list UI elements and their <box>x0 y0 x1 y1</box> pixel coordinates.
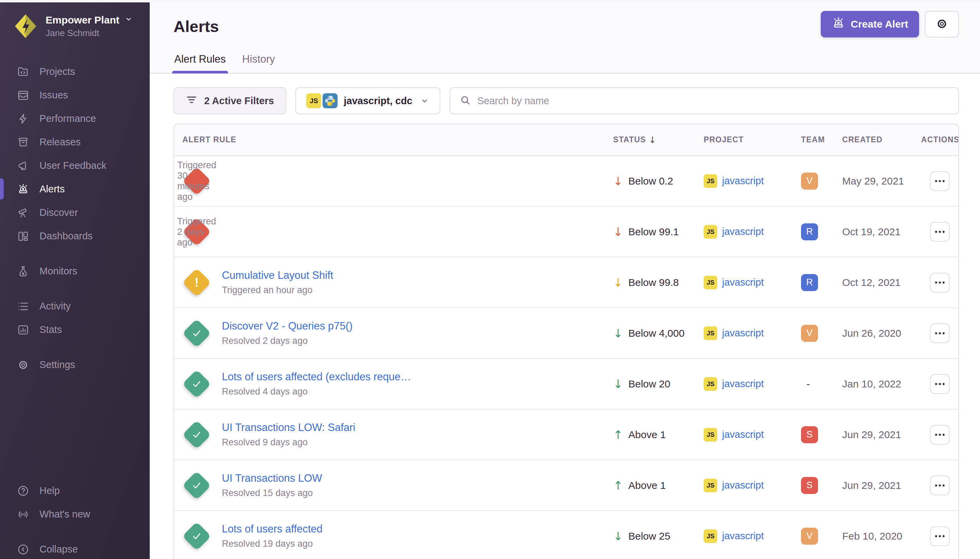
sidebar-item-alerts[interactable]: Alerts <box>0 177 150 201</box>
nav-group-gap <box>0 526 150 538</box>
gear-icon <box>935 17 949 31</box>
nav-group-gap <box>0 248 150 260</box>
alert-rule-subtext: Triggered an hour ago <box>222 285 333 296</box>
sidebar-item-issues[interactable]: Issues <box>0 83 150 107</box>
org-switcher[interactable]: Empower Plant Jane Schmidt <box>0 0 150 39</box>
team-avatar[interactable]: R <box>801 274 818 291</box>
project-cell: JSjavascript <box>704 276 801 289</box>
project-link[interactable]: javascript <box>722 175 764 187</box>
project-link[interactable]: javascript <box>722 226 764 237</box>
sidebar-item-dashboards[interactable]: Dashboards <box>0 224 150 248</box>
alert-rule-subtext: Resolved 2 days ago <box>222 336 353 346</box>
status-cell: ↓Below 4,000 <box>613 326 704 340</box>
tab-alert-rules[interactable]: Alert Rules <box>173 53 227 74</box>
team-cell: R <box>801 223 842 240</box>
team-avatar[interactable]: V <box>801 325 818 342</box>
sidebar-item-settings[interactable]: Settings <box>0 353 150 377</box>
project-link[interactable]: javascript <box>722 531 764 542</box>
sidebar-item-monitors[interactable]: Monitors <box>0 260 150 283</box>
alert-status-icon: Signup page is too slowTriggered 30 minu… <box>182 166 212 196</box>
sidebar-bottom-nav: HelpWhat's newCollapse <box>0 479 150 559</box>
sidebar-item-collapse[interactable]: Collapse <box>0 538 150 559</box>
team-avatar[interactable]: S <box>801 477 818 494</box>
row-actions-button[interactable] <box>930 476 950 495</box>
dashboards-icon <box>17 230 29 242</box>
sidebar-item-performance[interactable]: Performance <box>0 107 150 131</box>
row-actions-button[interactable] <box>930 222 950 242</box>
column-header-actions: ACTIONS <box>921 135 959 144</box>
sidebar-item-label: Performance <box>40 113 96 124</box>
column-header-status[interactable]: STATUS↓ <box>613 135 704 145</box>
created-date: Oct 19, 2021 <box>842 226 921 238</box>
status-cell: ↓Below 99.1 <box>613 225 704 239</box>
trend-arrow-icon: ↓ <box>613 377 623 391</box>
flask-icon <box>17 265 29 278</box>
column-header-alert-rule[interactable]: ALERT RULE <box>174 135 613 144</box>
create-alert-button[interactable]: Create Alert <box>821 11 919 38</box>
releases-icon <box>17 136 29 149</box>
row-actions-button[interactable] <box>930 374 950 394</box>
activity-icon <box>17 300 29 313</box>
active-filters-button[interactable]: 2 Active Filters <box>173 87 286 114</box>
search-input[interactable] <box>477 95 949 107</box>
search-box <box>449 87 959 114</box>
alerts-table: ALERT RULE STATUS↓ PROJECT TEAM CREATED … <box>173 124 959 559</box>
alerts-settings-button[interactable] <box>925 11 959 38</box>
broadcast-icon <box>17 508 29 521</box>
sort-arrow-icon: ↓ <box>648 135 657 145</box>
alert-rule-row: !Cumulative Layout ShiftTriggered an hou… <box>174 257 958 308</box>
sidebar-item-projects[interactable]: Projects <box>0 60 150 83</box>
sidebar-item-what-s-new[interactable]: What's new <box>0 503 150 526</box>
column-header-project[interactable]: PROJECT <box>704 135 801 144</box>
column-header-created[interactable]: CREATED <box>842 135 921 144</box>
created-date: Feb 10, 2020 <box>842 531 921 542</box>
row-actions-button[interactable] <box>930 323 950 343</box>
created-date: Oct 12, 2021 <box>842 277 921 288</box>
trend-arrow-icon: ↓ <box>613 529 623 543</box>
sidebar-item-discover[interactable]: Discover <box>0 201 150 224</box>
project-cell: JSjavascript <box>704 225 801 239</box>
status-cell: ↓Below 20 <box>613 377 704 391</box>
search-icon <box>460 95 470 107</box>
alert-rule-link[interactable]: Discover V2 - Queries p75() <box>222 320 353 332</box>
team-avatar[interactable]: R <box>801 223 818 240</box>
row-actions-button[interactable] <box>930 425 950 445</box>
performance-icon <box>17 113 29 125</box>
row-actions-button[interactable] <box>930 171 950 191</box>
alert-status-icon <box>182 420 212 450</box>
alert-rule-link[interactable]: UI Transactions LOW: Safari <box>222 422 355 434</box>
sidebar-item-releases[interactable]: Releases <box>0 131 150 154</box>
alert-status-icon: Lots of errors!Triggered 2 days ago <box>182 217 212 247</box>
column-header-team[interactable]: TEAM <box>801 135 842 144</box>
project-link[interactable]: javascript <box>722 277 764 288</box>
alert-rule-link[interactable]: Lots of users affected <box>222 523 323 535</box>
project-link[interactable]: javascript <box>722 429 764 440</box>
sidebar-item-label: Issues <box>40 89 68 101</box>
header-actions: Create Alert <box>821 11 959 38</box>
sidebar-item-label: Discover <box>40 207 78 218</box>
tab-history[interactable]: History <box>242 53 276 74</box>
team-avatar[interactable]: V <box>801 528 818 545</box>
team-avatar[interactable]: V <box>801 173 818 190</box>
js-badge: JS <box>306 93 321 108</box>
alert-rule-link[interactable]: Lots of users affected (excludes reque… <box>222 371 411 383</box>
js-badge: JS <box>704 428 717 442</box>
row-actions-button[interactable] <box>930 273 950 293</box>
project-link[interactable]: javascript <box>722 480 764 491</box>
row-actions-button[interactable] <box>930 526 950 546</box>
project-link[interactable]: javascript <box>722 327 764 339</box>
team-avatar[interactable]: S <box>801 426 818 443</box>
sidebar-item-help[interactable]: Help <box>0 479 150 503</box>
alert-rule-link[interactable]: UI Transactions LOW <box>222 472 322 485</box>
filter-icon <box>186 94 197 108</box>
sidebar-item-activity[interactable]: Activity <box>0 294 150 318</box>
alert-rule-link[interactable]: Cumulative Layout Shift <box>222 269 333 281</box>
trend-arrow-icon: ↓ <box>613 225 623 239</box>
sidebar-item-user-feedback[interactable]: User Feedback <box>0 154 150 177</box>
sidebar: Empower Plant Jane Schmidt ProjectsIssue… <box>0 0 150 559</box>
project-selector[interactable]: JS javascript, cdc <box>295 87 441 114</box>
project-cell: JSjavascript <box>704 529 801 543</box>
project-link[interactable]: javascript <box>722 378 764 389</box>
sidebar-item-stats[interactable]: Stats <box>0 318 150 341</box>
sidebar-nav: ProjectsIssuesPerformanceReleasesUser Fe… <box>0 60 150 377</box>
